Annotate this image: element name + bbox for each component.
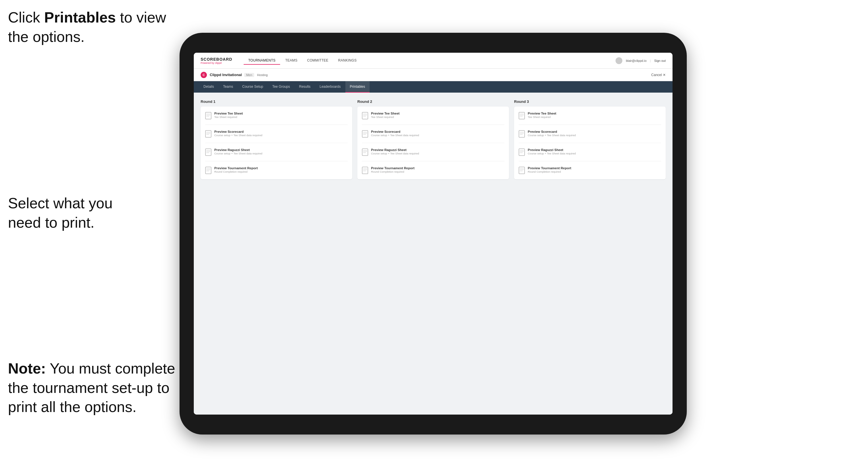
user-email: blair@clippd.io (626, 59, 646, 62)
r2-raguzzi[interactable]: Preview Raguzzi Sheet Course setup + Tee… (362, 147, 504, 157)
tab-results[interactable]: Results (294, 81, 315, 93)
nav-divider: | (650, 59, 651, 62)
r2-tee-sheet-sublabel: Tee Sheet required (371, 115, 400, 119)
tab-tee-groups[interactable]: Tee Groups (268, 81, 294, 93)
round-1-card: Preview Tee Sheet Tee Sheet required (200, 106, 352, 179)
svg-rect-3 (206, 112, 211, 119)
tournament-logo: C (200, 72, 207, 78)
sign-out-link[interactable]: Sign out (654, 59, 666, 62)
r2-tee-sheet-text: Preview Tee Sheet Tee Sheet required (371, 112, 400, 119)
r3-tournament-report[interactable]: Preview Tournament Report Round Completi… (519, 165, 661, 175)
svg-rect-23 (362, 130, 368, 137)
r2-tournament-report-label: Preview Tournament Report (371, 166, 414, 170)
tab-leaderboards[interactable]: Leaderboards (315, 81, 345, 93)
r3-raguzzi-text: Preview Raguzzi Sheet Course setup + Tee… (528, 148, 576, 155)
r3-scorecard-text: Preview Scorecard Course setup + Tee She… (528, 130, 576, 137)
r1-scorecard[interactable]: Preview Scorecard Course setup + Tee She… (205, 129, 348, 139)
r1-tee-sheet-label: Preview Tee Sheet (214, 112, 243, 115)
r3-tournament-report-text: Preview Tournament Report Round Completi… (528, 166, 571, 173)
r3-scorecard[interactable]: Preview Scorecard Course setup + Tee She… (519, 129, 661, 139)
cancel-button[interactable]: Cancel ✕ (651, 73, 666, 77)
raguzzi-icon-r2 (362, 149, 368, 156)
tablet-screen: SCOREBOARD Powered by clippd TOURNAMENTS… (194, 53, 673, 414)
rounds-grid: Round 1 (200, 99, 666, 179)
divider (519, 143, 661, 143)
brand: SCOREBOARD Powered by clippd (200, 57, 232, 64)
r2-tee-sheet[interactable]: Preview Tee Sheet Tee Sheet required (362, 111, 504, 121)
round-3-title: Round 3 (514, 99, 666, 104)
r1-tournament-report[interactable]: Preview Tournament Report Round Completi… (205, 165, 348, 175)
svg-rect-7 (206, 130, 211, 137)
nav-right: blair@clippd.io | Sign out (616, 57, 666, 64)
tournament-report-icon-r3 (519, 167, 525, 174)
raguzzi-icon-r3 (519, 149, 525, 156)
divider (362, 143, 504, 143)
svg-rect-31 (362, 167, 368, 174)
user-avatar (616, 57, 622, 64)
top-nav: SCOREBOARD Powered by clippd TOURNAMENTS… (194, 53, 673, 69)
r1-tee-sheet-text: Preview Tee Sheet Tee Sheet required (214, 112, 243, 119)
nav-rankings[interactable]: RANKINGS (333, 57, 361, 65)
r1-scorecard-sublabel: Course setup + Tee Sheet data required (214, 134, 262, 137)
r1-raguzzi-label: Preview Raguzzi Sheet (214, 148, 262, 152)
r1-tee-sheet[interactable]: Preview Tee Sheet Tee Sheet required (205, 111, 348, 121)
tournament-tag: Men (244, 73, 254, 77)
divider (205, 143, 348, 143)
r3-raguzzi[interactable]: Preview Raguzzi Sheet Course setup + Tee… (519, 147, 661, 157)
round-2-title: Round 2 (358, 99, 509, 104)
round-3-card: Preview Tee Sheet Tee Sheet required (514, 106, 666, 179)
nav-committee[interactable]: COMMITTEE (303, 57, 333, 65)
r2-tournament-report[interactable]: Preview Tournament Report Round Completi… (362, 165, 504, 175)
r1-tournament-report-text: Preview Tournament Report Round Completi… (214, 166, 258, 173)
tournament-bar: C Clippd Invitational Men Hosting Cancel… (194, 69, 673, 81)
r2-tee-sheet-label: Preview Tee Sheet (371, 112, 400, 115)
round-3-column: Round 3 (514, 99, 666, 179)
nav-links: TOURNAMENTS TEAMS COMMITTEE RANKINGS (244, 57, 616, 65)
nav-teams[interactable]: TEAMS (281, 57, 302, 65)
r3-scorecard-label: Preview Scorecard (528, 130, 576, 133)
tournament-report-icon (205, 167, 212, 174)
divider (205, 161, 348, 161)
tab-teams[interactable]: Teams (219, 81, 238, 93)
r2-tournament-report-sublabel: Round Completion required (371, 170, 414, 173)
svg-rect-19 (362, 112, 368, 119)
annotation-middle: Select what youneed to print. (8, 194, 167, 232)
brand-sub: Powered by clippd (200, 62, 232, 64)
round-2-card: Preview Tee Sheet Tee Sheet required (358, 106, 509, 179)
divider (519, 161, 661, 161)
r1-raguzzi-sublabel: Course setup + Tee Sheet data required (214, 152, 262, 155)
svg-rect-11 (206, 149, 211, 156)
raguzzi-icon (205, 149, 212, 156)
r2-raguzzi-sublabel: Course setup + Tee Sheet data required (371, 152, 419, 155)
r1-tournament-report-label: Preview Tournament Report (214, 166, 258, 170)
svg-rect-39 (519, 130, 525, 137)
r2-scorecard-label: Preview Scorecard (371, 130, 419, 133)
r1-tournament-report-sublabel: Round Completion required (214, 170, 258, 173)
round-1-column: Round 1 (200, 99, 352, 179)
tee-sheet-icon-r2 (362, 112, 368, 119)
tab-details[interactable]: Details (199, 81, 219, 93)
tournament-status: Hosting (257, 73, 268, 76)
r3-tee-sheet-label: Preview Tee Sheet (528, 112, 556, 115)
svg-rect-47 (519, 167, 525, 174)
r2-raguzzi-text: Preview Raguzzi Sheet Course setup + Tee… (371, 148, 419, 155)
r1-raguzzi[interactable]: Preview Raguzzi Sheet Course setup + Tee… (205, 147, 348, 157)
scorecard-icon-r2 (362, 130, 368, 137)
r3-tee-sheet[interactable]: Preview Tee Sheet Tee Sheet required (519, 111, 661, 121)
r2-tournament-report-text: Preview Tournament Report Round Completi… (371, 166, 414, 173)
tab-bar: Details Teams Course Setup Tee Groups Re… (194, 81, 673, 93)
r2-scorecard-text: Preview Scorecard Course setup + Tee She… (371, 130, 419, 137)
r3-scorecard-sublabel: Course setup + Tee Sheet data required (528, 134, 576, 137)
divider (362, 161, 504, 161)
tab-course-setup[interactable]: Course Setup (238, 81, 268, 93)
r3-tournament-report-sublabel: Round Completion required (528, 170, 571, 173)
tab-printables[interactable]: Printables (345, 81, 370, 93)
svg-rect-35 (519, 112, 525, 119)
brand-title: SCOREBOARD (200, 57, 232, 62)
tournament-name: Clippd Invitational (210, 73, 242, 77)
r2-scorecard[interactable]: Preview Scorecard Course setup + Tee She… (362, 129, 504, 139)
svg-rect-43 (519, 149, 525, 156)
tee-sheet-icon (205, 112, 212, 119)
r3-raguzzi-sublabel: Course setup + Tee Sheet data required (528, 152, 576, 155)
nav-tournaments[interactable]: TOURNAMENTS (244, 57, 280, 65)
